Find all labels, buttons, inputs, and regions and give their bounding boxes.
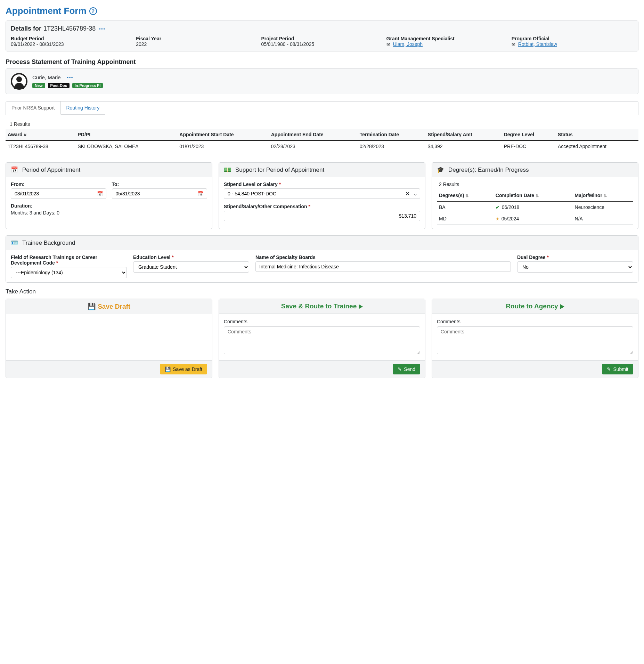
major-cell: Neuroscience	[573, 201, 633, 213]
project-period-label: Project Period	[261, 36, 383, 41]
degrees-table: Degrees(s)⇅ Completion Date⇅ Major/Minor…	[437, 190, 633, 225]
table-row: BA06/2018Neuroscience	[437, 201, 633, 213]
page-title-text: Appointment Form	[6, 6, 87, 16]
save-draft-title: 💾 Save Draft	[6, 299, 212, 314]
badge-new: New	[32, 83, 45, 88]
trainee-badges: New Post-Doc In-Progress PI	[32, 82, 104, 88]
grant-details-header: Details for 1T23HL456789-38 •••	[11, 25, 633, 32]
trainee-actions-menu[interactable]: •••	[66, 75, 75, 80]
sort-icon: ⇅	[536, 194, 539, 198]
table-cell: 02/28/2023	[358, 140, 426, 152]
table-header: Stipend/Salary Amt	[426, 129, 502, 140]
comp-label: Stipend/Salary/Other Compensation *	[224, 204, 420, 209]
trainee-card: Curie, Marie ••• New Post-Doc In-Progres…	[6, 68, 638, 94]
appointment-heading: Process Statement of Training Appointmen…	[6, 58, 638, 66]
grant-actions-menu[interactable]: •••	[98, 26, 107, 31]
to-date-input[interactable]	[112, 188, 207, 199]
route-agency-panel: Route to Agency Comments ✎ Submit	[432, 299, 638, 378]
person-card-icon: 🪪	[11, 239, 18, 246]
trainee-comments-input[interactable]	[224, 326, 420, 354]
col-major[interactable]: Major/Minor⇅	[573, 190, 633, 201]
submit-button[interactable]: ✎ Submit	[602, 364, 633, 374]
gms-link[interactable]: Ulam, Joseph	[393, 41, 423, 47]
period-panel: 📅 Period of Appointment From: 📅 To: 📅	[6, 162, 212, 229]
tab-routing-history[interactable]: Routing History	[61, 102, 106, 115]
support-title: Support for Period of Appointment	[235, 167, 324, 173]
degrees-panel: 🎓 Degree(s): Earned/In Progress 2 Result…	[432, 162, 638, 229]
degree-cell: BA	[437, 201, 494, 213]
degree-cell: MD	[437, 213, 494, 225]
dual-degree-label: Dual Degree *	[517, 254, 633, 260]
col-degree[interactable]: Degrees(s)⇅	[437, 190, 494, 201]
save-draft-panel: 💾 Save Draft 💾 Save as Draft	[6, 299, 212, 378]
table-cell: SKLODOWSKA, SALOMEA	[76, 140, 178, 152]
fiscal-year-label: Fiscal Year	[136, 36, 258, 41]
table-cell: Accepted Appointment	[556, 140, 638, 152]
route-trainee-title: Save & Route to Trainee	[219, 299, 425, 314]
comments-label: Comments	[437, 319, 633, 324]
table-header: Appointment Start Date	[177, 129, 269, 140]
route-trainee-panel: Save & Route to Trainee Comments ✎ Send	[219, 299, 425, 378]
send-icon: ✎	[398, 366, 402, 372]
fiscal-year-value: 2022	[136, 41, 258, 47]
education-level-label: Education Level *	[133, 254, 249, 260]
completion-cell: 06/2018	[494, 201, 573, 213]
education-level-select[interactable]: Graduate Student	[133, 261, 249, 273]
from-date-input[interactable]	[11, 188, 106, 199]
budget-period-value: 09/01/2022 - 08/31/2023	[11, 41, 132, 47]
table-cell: $4,392	[426, 140, 502, 152]
boards-label: Name of Specialty Boards	[255, 254, 511, 260]
stipend-level-select[interactable]	[224, 188, 420, 199]
field-code-select[interactable]: ---Epidemiology (134)	[11, 267, 127, 278]
help-icon[interactable]: ?	[89, 7, 97, 15]
degrees-count: 2 Results	[439, 181, 633, 187]
specialty-boards-input[interactable]	[255, 261, 511, 272]
route-agency-title: Route to Agency	[432, 299, 638, 314]
to-label: To:	[112, 181, 207, 187]
details-for-label: Details for	[11, 25, 41, 32]
save-icon: 💾	[165, 366, 171, 372]
avatar	[11, 73, 27, 90]
major-cell: N/A	[573, 213, 633, 225]
tab-prior-nrsa[interactable]: Prior NRSA Support	[6, 102, 61, 115]
grant-id: 1T23HL456789-38	[43, 25, 96, 32]
table-cell: 02/28/2023	[269, 140, 358, 152]
prior-support-table: Award #PD/PIAppointment Start DateAppoin…	[6, 129, 638, 152]
duration-label: Duration:	[11, 203, 207, 209]
budget-period-label: Budget Period	[11, 36, 132, 41]
prior-results-count: 1 Results	[10, 121, 638, 127]
calendar-icon: 📅	[11, 166, 18, 173]
dual-degree-select[interactable]: No	[517, 261, 633, 273]
clear-icon[interactable]: ✕	[406, 191, 410, 196]
table-header: Termination Date	[358, 129, 426, 140]
po-link[interactable]: Rotblat, Stanislaw	[518, 41, 557, 47]
badge-postdoc: Post-Doc	[48, 83, 70, 88]
trainee-name: Curie, Marie	[32, 74, 61, 80]
gms-label: Grant Management Specialist	[386, 36, 508, 41]
sort-icon: ⇅	[465, 194, 468, 198]
table-cell: PRE-DOC	[502, 140, 556, 152]
completion-cell: 05/2024	[494, 213, 573, 225]
mail-icon: ✉	[386, 42, 390, 47]
col-completion[interactable]: Completion Date⇅	[494, 190, 573, 201]
tabs: Prior NRSA Support Routing History	[6, 101, 638, 115]
table-header: Status	[556, 129, 638, 140]
po-label: Program Official	[512, 36, 633, 41]
money-icon: 💵	[224, 166, 231, 173]
table-row: MD05/2024N/A	[437, 213, 633, 225]
table-header: Degree Level	[502, 129, 556, 140]
save-as-draft-button[interactable]: 💾 Save as Draft	[160, 364, 207, 374]
comments-label: Comments	[224, 319, 420, 324]
period-title: Period of Appointment	[22, 167, 80, 173]
take-action-heading: Take Action	[6, 288, 638, 295]
compensation-input[interactable]	[224, 211, 420, 221]
table-header: Award #	[6, 129, 76, 140]
field-code-label: Field of Research Trainings or Career De…	[11, 254, 127, 266]
page-title: Appointment Form ?	[6, 6, 638, 16]
duration-value: Months: 3 and Days: 0	[11, 210, 207, 216]
send-button[interactable]: ✎ Send	[393, 364, 420, 374]
table-row: 1T23HL456789-38SKLODOWSKA, SALOMEA01/01/…	[6, 140, 638, 152]
trainee-background-panel: 🪪 Trainee Background Field of Research T…	[6, 235, 638, 283]
table-header: PD/PI	[76, 129, 178, 140]
agency-comments-input[interactable]	[437, 326, 633, 354]
